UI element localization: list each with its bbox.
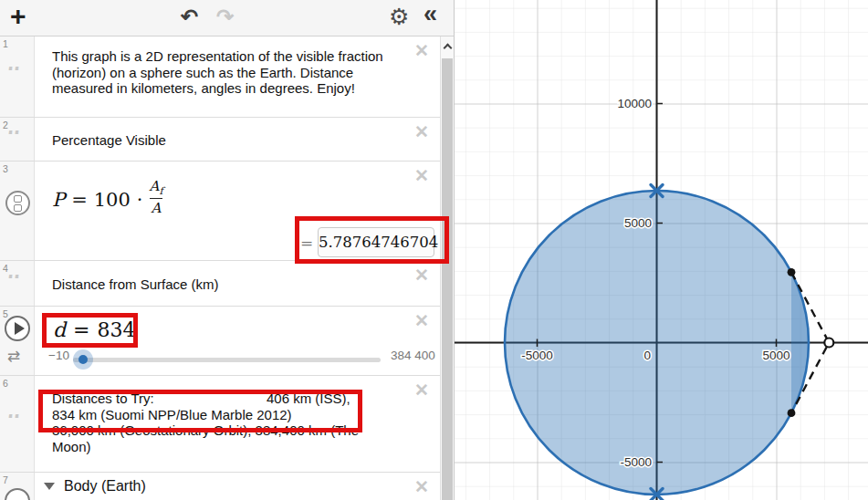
graph-paper[interactable]: 10000 5000 -5000 -5000 0 5000 [454, 0, 868, 500]
fraction: Af A [150, 178, 163, 216]
row-number: 4 [3, 263, 8, 274]
row-number: 1 [3, 38, 8, 49]
slider-min-label[interactable]: −10 [42, 349, 69, 362]
close-icon[interactable]: ✕ [414, 123, 429, 141]
close-icon[interactable]: ✕ [414, 478, 429, 495]
collapse-panel-icon[interactable]: « [424, 2, 437, 26]
scrollbar-thumb[interactable] [442, 58, 453, 500]
var-P: P [52, 189, 65, 211]
scroll-up-arrow-icon[interactable] [441, 36, 455, 57]
redo-icon[interactable]: ↷ [216, 6, 234, 27]
equals-sign: = [73, 318, 89, 341]
expression-item-4[interactable]: 4 “ Distance from Surface (km) ✕ [0, 261, 440, 307]
folder-collapse-arrow-icon[interactable] [44, 483, 55, 490]
loop-mode-icon[interactable]: ⇄ [7, 349, 20, 364]
folder-icon[interactable] [5, 488, 30, 500]
fraction-bar [150, 198, 163, 199]
expression-item-5[interactable]: 5 ⇄ d = 834 −10 384 400 ✕ [0, 307, 440, 376]
note-text: This graph is a 2D representation of the… [52, 48, 383, 97]
expression-item-7[interactable]: 7 Body (Earth) ✕ [0, 473, 440, 500]
fraction-glyph-bottom [14, 204, 22, 212]
equals-sign: = [71, 189, 88, 211]
slider-value: 834 [98, 318, 136, 341]
close-icon[interactable]: ✕ [414, 266, 429, 284]
expression-style-icon[interactable] [5, 191, 30, 215]
y-axis-label-neg5000: -5000 [620, 455, 652, 469]
close-icon[interactable]: ✕ [414, 167, 429, 184]
coefficient: 100 [94, 189, 131, 211]
close-icon[interactable]: ✕ [414, 381, 429, 399]
x-axis-label-5000: 5000 [762, 349, 790, 362]
expression-list-scrollbar [440, 36, 454, 500]
note-quote-icon: “ [5, 275, 22, 293]
desmos-app: + ↶ ↷ ⚙ « 1 “ This graph is a 2D represe… [0, 0, 868, 500]
evaluation-result: 5.78764746704 [318, 227, 434, 257]
gear-icon[interactable]: ⚙ [389, 5, 409, 28]
slider-handle[interactable] [78, 355, 88, 364]
x-axis-label-0: 0 [643, 349, 651, 362]
folder-label: Body (Earth) [64, 478, 146, 495]
expression-item-6[interactable]: 6 “ Distances to Try: 406 km (ISS), 834 … [0, 376, 440, 473]
observer-point[interactable] [824, 339, 833, 348]
undo-icon[interactable]: ↶ [181, 6, 198, 27]
play-slider-icon[interactable] [5, 316, 30, 341]
close-icon[interactable]: ✕ [414, 42, 429, 59]
y-axis-label-10000: 10000 [617, 97, 652, 110]
earth-circle[interactable] [505, 191, 809, 495]
note-quote-icon: “ [5, 414, 22, 432]
expression-item-3[interactable]: 3 P = 100 · Af A = 5.78764746704 ✕ [0, 161, 440, 261]
note-quote-icon: “ [5, 130, 22, 149]
row-number: 2 [3, 120, 8, 130]
close-icon[interactable]: ✕ [414, 312, 429, 329]
formula-percentage[interactable]: P = 100 · Af A [52, 183, 162, 216]
row-number: 6 [3, 378, 8, 389]
expression-item-1[interactable]: 1 “ This graph is a 2D representation of… [0, 36, 440, 118]
multiply-dot: · [137, 189, 143, 211]
upper-tangent-point[interactable] [788, 268, 796, 276]
expression-toolbar: + ↶ ↷ ⚙ « [0, 0, 454, 36]
fraction-glyph-top [14, 195, 22, 203]
note-text: Distances to Try: 406 km (ISS), 834 km (… [52, 391, 359, 454]
slider-track[interactable] [73, 358, 381, 362]
play-triangle [15, 322, 25, 335]
row-number: 5 [3, 308, 8, 319]
x-axis-label-neg5000: -5000 [521, 349, 553, 362]
slider-max-label[interactable]: 384 400 [391, 349, 435, 362]
lower-tangent-point[interactable] [788, 409, 796, 417]
note-text: Distance from Surface (km) [52, 276, 219, 293]
row-number: 3 [3, 163, 8, 174]
formula-distance[interactable]: d = 834 [53, 318, 136, 341]
var-d: d [53, 318, 66, 341]
row-number: 7 [3, 474, 8, 485]
result-equals-sign: = [300, 234, 313, 252]
y-axis-label-5000: 5000 [624, 216, 652, 230]
note-quote-icon: “ [5, 67, 22, 85]
add-expression-button[interactable]: + [10, 3, 26, 30]
expression-item-2[interactable]: 2 “ Percentage Visible ✕ [0, 118, 440, 161]
note-text: Percentage Visible [52, 132, 166, 149]
